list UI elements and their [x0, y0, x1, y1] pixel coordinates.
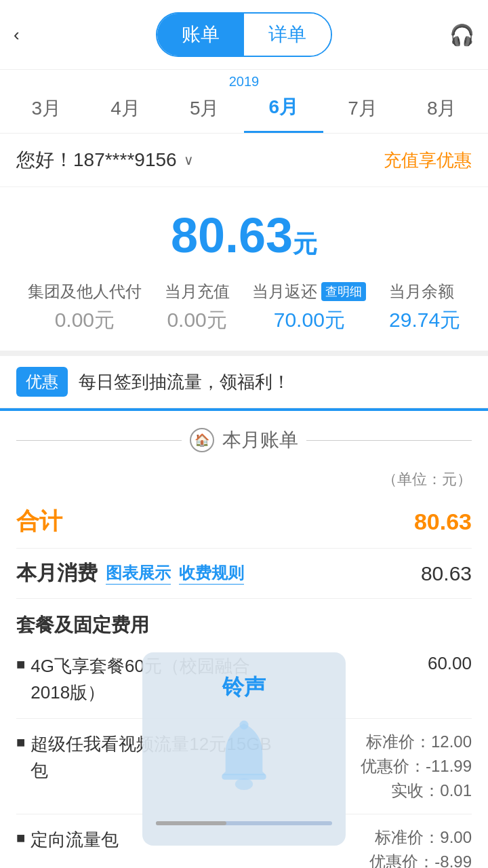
header: ‹ 账单 详单 🎧	[0, 0, 488, 70]
bill-icon: 🏠	[190, 428, 214, 452]
total-row: 合计 80.63	[16, 495, 472, 549]
bell-popup: 铃声	[142, 652, 346, 846]
service-icon[interactable]: 🎧	[449, 23, 474, 47]
svg-point-1	[235, 778, 253, 790]
banner: 优惠 每日签到抽流量，领福利！	[0, 356, 488, 408]
tab-switcher: 账单 详单	[156, 12, 332, 57]
banner-text: 每日签到抽流量，领福利！	[79, 370, 290, 394]
dropdown-icon[interactable]: ∨	[184, 152, 194, 168]
main-amount: 80.63元	[16, 201, 472, 270]
bell-progress-inner	[156, 821, 226, 825]
tab-bill[interactable]: 账单	[157, 14, 244, 56]
chart-link[interactable]: 图表展示	[106, 562, 171, 585]
account-bar: 您好！187****9156 ∨ 充值享优惠	[0, 134, 488, 187]
category1-title: 套餐及固定费用	[16, 599, 472, 646]
consumption-label: 本月消费	[16, 559, 98, 587]
total-label: 合计	[16, 506, 62, 537]
month-tab-3[interactable]: 3月	[7, 71, 86, 132]
balance-section: 80.63元 集团及他人代付 0.00元 当月充值 0.00元 当月返还 查明细…	[0, 187, 488, 356]
consumption-value: 80.63	[421, 562, 472, 585]
bell-title: 铃声	[156, 673, 332, 703]
bell-icon	[156, 716, 332, 808]
unit-hint: （单位：元）	[16, 464, 472, 495]
recharge-link[interactable]: 充值享优惠	[384, 149, 472, 172]
bullet: ■	[16, 656, 25, 673]
balance-item-return: 当月返还 查明细 70.00元	[252, 281, 366, 334]
detail-badge[interactable]: 查明细	[321, 282, 366, 301]
bill-header: 🏠 本月账单	[16, 411, 472, 464]
balance-item-group-pay: 集团及他人代付 0.00元	[28, 281, 142, 334]
month-tab-7[interactable]: 7月	[323, 71, 403, 132]
youhui-badge: 优惠	[16, 367, 68, 397]
back-button[interactable]: ‹	[14, 24, 20, 45]
rules-link[interactable]: 收费规则	[179, 562, 244, 585]
year-label: 2019	[229, 74, 260, 90]
total-value: 80.63	[414, 509, 472, 535]
account-number: 您好！187****9156 ∨	[16, 147, 194, 173]
month-tab-8[interactable]: 8月	[402, 71, 481, 132]
bullet: ■	[16, 829, 25, 847]
month-tabs: 2019 3月 4月 5月 6月 7月 8月	[0, 70, 488, 134]
balance-item-remaining: 当月余额 29.74元	[389, 281, 460, 334]
bullet: ■	[16, 734, 25, 751]
balance-item-recharge: 当月充值 0.00元	[165, 281, 230, 334]
bell-progress	[156, 821, 332, 825]
svg-point-2	[239, 721, 248, 730]
consumption-row: 本月消费 图表展示 收费规则 80.63	[16, 549, 472, 599]
bill-header-text: 本月账单	[222, 427, 298, 453]
balance-grid: 集团及他人代付 0.00元 当月充值 0.00元 当月返还 查明细 70.00元…	[16, 281, 472, 334]
tab-detail[interactable]: 详单	[244, 14, 331, 56]
month-tab-4[interactable]: 4月	[86, 71, 165, 132]
